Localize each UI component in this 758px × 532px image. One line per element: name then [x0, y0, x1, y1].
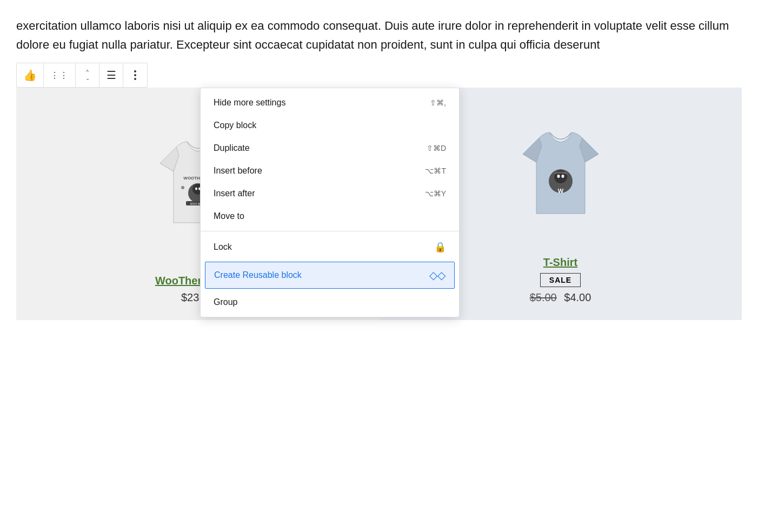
- move-up-down-button[interactable]: ^ ⌄: [76, 63, 99, 87]
- menu-item-insert-before-shortcut: ⌥⌘T: [425, 167, 446, 175]
- menu-item-insert-before[interactable]: Insert before ⌥⌘T: [201, 159, 459, 182]
- product-price-new: $4.00: [564, 291, 591, 303]
- svg-point-12: [561, 175, 564, 178]
- menu-item-insert-after-shortcut: ⌥⌘Y: [425, 189, 446, 198]
- menu-section-2: Lock 🔒 Create Reusable block ◇◇ Group: [201, 231, 459, 317]
- lock-icon: 🔒: [434, 241, 446, 253]
- dots-icon: [134, 70, 136, 80]
- menu-item-insert-before-label: Insert before: [214, 166, 262, 176]
- menu-item-create-reusable-label: Create Reusable block: [214, 270, 302, 280]
- svg-point-3: [195, 188, 197, 190]
- product-price-2: $5.00 $4.00: [530, 291, 591, 304]
- sale-badge: SALE: [540, 273, 581, 287]
- svg-point-11: [557, 175, 560, 178]
- menu-item-move-to-label: Move to: [214, 211, 244, 221]
- reusable-block-icon: ◇◇: [429, 269, 446, 282]
- more-options-button[interactable]: [123, 63, 147, 87]
- tshirt-blue-svg: W: [507, 122, 615, 230]
- align-icon: ☰: [107, 69, 116, 82]
- drag-icon: ⋮⋮: [50, 70, 69, 81]
- dot1: [134, 70, 136, 72]
- dot2: [134, 74, 136, 76]
- menu-item-hide-settings-shortcut: ⇧⌘,: [430, 98, 446, 107]
- arrow-down-icon: ⌄: [85, 76, 90, 81]
- menu-item-lock[interactable]: Lock 🔒: [201, 235, 459, 260]
- menu-item-group[interactable]: Group: [201, 291, 459, 314]
- thumb-icon: 👍: [23, 69, 37, 82]
- page-content: exercitation ullamco laboris nisi ut ali…: [0, 0, 758, 320]
- products-area: WOOTHEMES WOO NINJA WooThemes Tee $23.99: [16, 88, 742, 320]
- menu-item-duplicate-shortcut: ⇧⌘D: [427, 144, 446, 152]
- menu-item-copy-block[interactable]: Copy block: [201, 114, 459, 137]
- align-button[interactable]: ☰: [99, 63, 123, 87]
- block-toolbar: 👍 ⋮⋮ ^ ⌄ ☰: [16, 63, 148, 88]
- menu-item-create-reusable[interactable]: Create Reusable block ◇◇: [205, 262, 455, 289]
- menu-item-duplicate-label: Duplicate: [214, 143, 250, 153]
- svg-text:W: W: [557, 188, 563, 194]
- arrow-up-icon: ^: [86, 70, 89, 75]
- product-price-old: $5.00: [530, 291, 557, 303]
- menu-item-duplicate[interactable]: Duplicate ⇧⌘D: [201, 137, 459, 159]
- menu-item-lock-label: Lock: [214, 242, 232, 252]
- menu-item-hide-settings-label: Hide more settings: [214, 98, 285, 108]
- dot3: [134, 78, 136, 80]
- menu-item-insert-after[interactable]: Insert after ⌥⌘Y: [201, 182, 459, 205]
- menu-item-insert-after-label: Insert after: [214, 189, 255, 198]
- svg-point-7: [181, 186, 184, 189]
- block-type-button[interactable]: 👍: [17, 63, 44, 87]
- context-menu: Hide more settings ⇧⌘, Copy block Duplic…: [200, 88, 460, 317]
- arrows-icon: ^ ⌄: [85, 70, 90, 81]
- menu-item-move-to[interactable]: Move to: [201, 205, 459, 228]
- paragraph-text: exercitation ullamco laboris nisi ut ali…: [16, 16, 741, 54]
- menu-item-hide-settings[interactable]: Hide more settings ⇧⌘,: [201, 91, 459, 114]
- product-title-2: T-Shirt: [543, 256, 577, 269]
- menu-item-group-label: Group: [214, 297, 237, 307]
- menu-section-1: Hide more settings ⇧⌘, Copy block Duplic…: [201, 88, 459, 231]
- drag-handle-button[interactable]: ⋮⋮: [44, 63, 76, 87]
- menu-item-copy-block-label: Copy block: [214, 121, 256, 130]
